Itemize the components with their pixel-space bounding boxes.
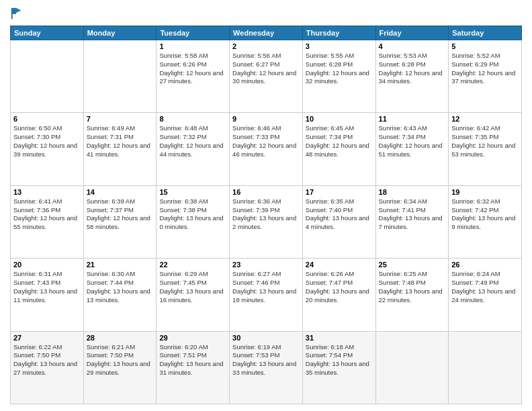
calendar-day-cell: 24Sunrise: 6:26 AM Sunset: 7:47 PM Dayli…: [302, 259, 375, 331]
day-info: Sunrise: 5:58 AM Sunset: 6:26 PM Dayligh…: [159, 52, 226, 86]
day-number: 2: [232, 42, 300, 50]
calendar-week-row: 20Sunrise: 6:31 AM Sunset: 7:43 PM Dayli…: [11, 259, 522, 331]
day-number: 30: [232, 334, 300, 342]
day-info: Sunrise: 6:24 AM Sunset: 7:49 PM Dayligh…: [451, 270, 519, 304]
day-info: Sunrise: 5:53 AM Sunset: 6:28 PM Dayligh…: [379, 52, 446, 86]
day-number: 6: [13, 115, 81, 123]
calendar-day-cell: 30Sunrise: 6:19 AM Sunset: 7:53 PM Dayli…: [230, 331, 303, 404]
calendar-day-cell: 15Sunrise: 6:38 AM Sunset: 7:38 PM Dayli…: [157, 185, 230, 258]
calendar-day-cell: 7Sunrise: 6:49 AM Sunset: 7:31 PM Daylig…: [83, 113, 157, 185]
calendar-day-cell: 9Sunrise: 6:46 AM Sunset: 7:33 PM Daylig…: [230, 113, 303, 185]
day-info: Sunrise: 6:50 AM Sunset: 7:30 PM Dayligh…: [13, 124, 81, 158]
calendar-day-cell: 17Sunrise: 6:35 AM Sunset: 7:40 PM Dayli…: [302, 185, 375, 258]
calendar-day-cell: 25Sunrise: 6:25 AM Sunset: 7:48 PM Dayli…: [375, 259, 449, 331]
svg-rect-0: [11, 8, 16, 14]
day-info: Sunrise: 6:30 AM Sunset: 7:44 PM Dayligh…: [87, 270, 154, 304]
calendar-day-cell: 27Sunrise: 6:22 AM Sunset: 7:50 PM Dayli…: [11, 331, 84, 404]
calendar-day-cell: 6Sunrise: 6:50 AM Sunset: 7:30 PM Daylig…: [11, 113, 84, 185]
logo: [10, 7, 26, 20]
svg-rect-2: [11, 14, 13, 19]
calendar-day-cell: 11Sunrise: 6:43 AM Sunset: 7:34 PM Dayli…: [375, 113, 449, 185]
day-info: Sunrise: 5:52 AM Sunset: 6:29 PM Dayligh…: [451, 52, 519, 86]
day-info: Sunrise: 6:22 AM Sunset: 7:50 PM Dayligh…: [13, 343, 81, 377]
calendar-week-row: 13Sunrise: 6:41 AM Sunset: 7:36 PM Dayli…: [11, 185, 522, 258]
calendar-day-cell: [83, 40, 157, 113]
day-number: 24: [306, 261, 373, 269]
day-number: 23: [232, 261, 300, 269]
calendar-table: SundayMondayTuesdayWednesdayThursdayFrid…: [10, 26, 522, 404]
day-number: 18: [379, 188, 446, 196]
weekday-header: Wednesday: [230, 26, 303, 40]
weekday-header: Saturday: [449, 26, 522, 40]
calendar-day-cell: 10Sunrise: 6:45 AM Sunset: 7:34 PM Dayli…: [302, 113, 375, 185]
day-number: 21: [87, 261, 154, 269]
day-info: Sunrise: 6:32 AM Sunset: 7:42 PM Dayligh…: [451, 197, 519, 232]
day-number: 19: [451, 188, 519, 196]
calendar-day-cell: 5Sunrise: 5:52 AM Sunset: 6:29 PM Daylig…: [449, 40, 522, 113]
calendar-week-row: 6Sunrise: 6:50 AM Sunset: 7:30 PM Daylig…: [11, 113, 522, 185]
day-number: 28: [87, 334, 154, 342]
day-info: Sunrise: 6:43 AM Sunset: 7:34 PM Dayligh…: [379, 124, 446, 158]
calendar-day-cell: [449, 331, 522, 404]
day-info: Sunrise: 6:27 AM Sunset: 7:46 PM Dayligh…: [232, 270, 300, 304]
day-number: 12: [451, 115, 519, 123]
calendar-week-row: 27Sunrise: 6:22 AM Sunset: 7:50 PM Dayli…: [11, 331, 522, 404]
day-info: Sunrise: 6:20 AM Sunset: 7:51 PM Dayligh…: [159, 343, 226, 377]
calendar-day-cell: [11, 40, 84, 113]
day-number: 5: [451, 42, 519, 50]
calendar-day-cell: 26Sunrise: 6:24 AM Sunset: 7:49 PM Dayli…: [449, 259, 522, 331]
day-number: 17: [306, 188, 373, 196]
calendar-day-cell: 22Sunrise: 6:29 AM Sunset: 7:45 PM Dayli…: [157, 259, 230, 331]
weekday-header: Friday: [375, 26, 449, 40]
calendar-day-cell: 14Sunrise: 6:39 AM Sunset: 7:37 PM Dayli…: [83, 185, 157, 258]
day-number: 9: [232, 115, 300, 123]
day-number: 14: [87, 188, 154, 196]
calendar-day-cell: 21Sunrise: 6:30 AM Sunset: 7:44 PM Dayli…: [83, 259, 157, 331]
day-info: Sunrise: 6:46 AM Sunset: 7:33 PM Dayligh…: [232, 124, 300, 158]
day-number: 10: [306, 115, 373, 123]
day-info: Sunrise: 6:42 AM Sunset: 7:35 PM Dayligh…: [451, 124, 519, 158]
day-number: 29: [159, 334, 226, 342]
calendar-day-cell: 19Sunrise: 6:32 AM Sunset: 7:42 PM Dayli…: [449, 185, 522, 258]
day-info: Sunrise: 6:18 AM Sunset: 7:54 PM Dayligh…: [306, 343, 373, 377]
weekday-header: Sunday: [11, 26, 84, 40]
calendar-day-cell: [375, 331, 449, 404]
day-number: 26: [451, 261, 519, 269]
day-number: 31: [306, 334, 373, 342]
header: [10, 7, 522, 20]
day-info: Sunrise: 6:25 AM Sunset: 7:48 PM Dayligh…: [379, 270, 446, 304]
svg-marker-1: [16, 8, 21, 13]
day-number: 22: [159, 261, 226, 269]
calendar-day-cell: 20Sunrise: 6:31 AM Sunset: 7:43 PM Dayli…: [11, 259, 84, 331]
day-info: Sunrise: 5:55 AM Sunset: 6:28 PM Dayligh…: [306, 52, 373, 86]
logo-icon: [10, 7, 24, 20]
calendar-header-row: SundayMondayTuesdayWednesdayThursdayFrid…: [11, 26, 522, 40]
day-info: Sunrise: 6:31 AM Sunset: 7:43 PM Dayligh…: [13, 270, 81, 304]
day-info: Sunrise: 6:29 AM Sunset: 7:45 PM Dayligh…: [159, 270, 226, 304]
day-info: Sunrise: 6:48 AM Sunset: 7:32 PM Dayligh…: [159, 124, 226, 158]
day-info: Sunrise: 6:26 AM Sunset: 7:47 PM Dayligh…: [306, 270, 373, 304]
day-info: Sunrise: 6:39 AM Sunset: 7:37 PM Dayligh…: [87, 197, 154, 232]
day-info: Sunrise: 6:34 AM Sunset: 7:41 PM Dayligh…: [379, 197, 446, 232]
day-number: 4: [379, 42, 446, 50]
page-container: SundayMondayTuesdayWednesdayThursdayFrid…: [0, 0, 532, 411]
day-info: Sunrise: 6:49 AM Sunset: 7:31 PM Dayligh…: [87, 124, 154, 158]
day-info: Sunrise: 5:56 AM Sunset: 6:27 PM Dayligh…: [232, 52, 300, 86]
weekday-header: Thursday: [302, 26, 375, 40]
day-info: Sunrise: 6:36 AM Sunset: 7:39 PM Dayligh…: [232, 197, 300, 232]
calendar-day-cell: 13Sunrise: 6:41 AM Sunset: 7:36 PM Dayli…: [11, 185, 84, 258]
day-number: 7: [87, 115, 154, 123]
calendar-day-cell: 8Sunrise: 6:48 AM Sunset: 7:32 PM Daylig…: [157, 113, 230, 185]
day-number: 20: [13, 261, 81, 269]
day-info: Sunrise: 6:21 AM Sunset: 7:50 PM Dayligh…: [87, 343, 154, 377]
day-number: 25: [379, 261, 446, 269]
calendar-day-cell: 29Sunrise: 6:20 AM Sunset: 7:51 PM Dayli…: [157, 331, 230, 404]
calendar-day-cell: 18Sunrise: 6:34 AM Sunset: 7:41 PM Dayli…: [375, 185, 449, 258]
day-number: 27: [13, 334, 81, 342]
calendar-day-cell: 16Sunrise: 6:36 AM Sunset: 7:39 PM Dayli…: [230, 185, 303, 258]
calendar-day-cell: 28Sunrise: 6:21 AM Sunset: 7:50 PM Dayli…: [83, 331, 157, 404]
day-number: 16: [232, 188, 300, 196]
day-number: 13: [13, 188, 81, 196]
day-number: 1: [159, 42, 226, 50]
calendar-day-cell: 23Sunrise: 6:27 AM Sunset: 7:46 PM Dayli…: [230, 259, 303, 331]
